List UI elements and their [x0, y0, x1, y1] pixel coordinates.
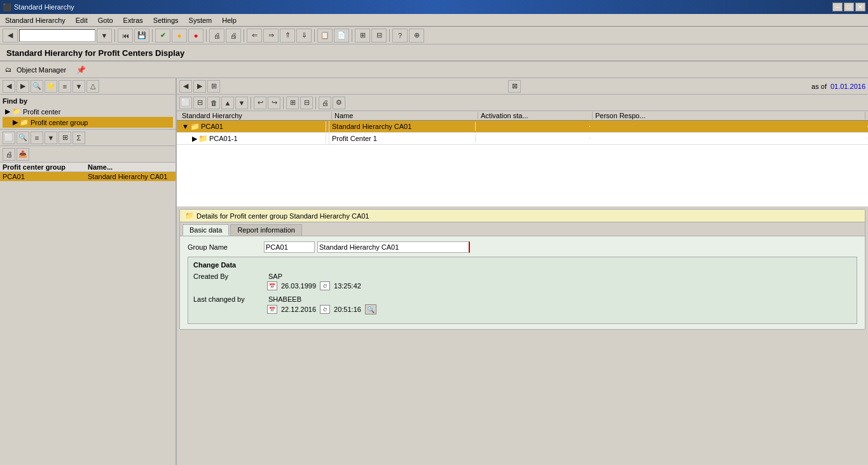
- rt2-settings-btn[interactable]: ⚙: [333, 97, 345, 109]
- extra-action-icon[interactable]: 🔍: [365, 304, 376, 314]
- lt2-btn1[interactable]: ⬜: [3, 131, 15, 144]
- last-changed-by-label: Last changed by: [193, 295, 263, 303]
- title-bar-label: Standard Hierarchy: [14, 3, 74, 11]
- help-btn[interactable]: ?: [392, 29, 408, 43]
- tab-report-information[interactable]: Report information: [230, 224, 302, 236]
- close-button[interactable]: ✕: [855, 3, 865, 11]
- find-profit-center-group[interactable]: ▶ 📁 Profit center group: [3, 117, 173, 128]
- obj-mgr-label: Object Manager: [17, 66, 66, 74]
- save-btn[interactable]: 💾: [134, 29, 149, 43]
- find-pc-label: Profit center: [23, 108, 60, 116]
- rt2-dn-btn[interactable]: ▼: [235, 97, 248, 109]
- menu-system[interactable]: System: [186, 16, 215, 25]
- menu-standard-hierarchy[interactable]: Standard Hierarchy: [3, 16, 68, 25]
- left-search-btn[interactable]: 🔍: [31, 80, 43, 93]
- maximize-button[interactable]: □: [844, 3, 854, 11]
- folder-pca01-icon: 📁: [190, 122, 200, 131]
- red-btn[interactable]: ●: [188, 29, 203, 43]
- created-date-icon: 📅: [267, 281, 277, 290]
- hl-row1-col1: PCA01: [3, 173, 88, 180]
- left-list-btn[interactable]: ≡: [59, 80, 71, 93]
- copy-btn[interactable]: 📋: [317, 29, 333, 43]
- paste-btn[interactable]: 📄: [334, 29, 349, 43]
- rt2-assign-btn[interactable]: ↩: [254, 97, 266, 109]
- first-btn[interactable]: ⏮: [118, 29, 133, 43]
- nav4-btn[interactable]: ⇓: [296, 29, 312, 43]
- pca01-1-activation: [476, 138, 590, 139]
- layout1-btn[interactable]: ⊞: [355, 29, 370, 43]
- green-flag-btn[interactable]: ✔: [155, 29, 170, 43]
- left-filter-btn[interactable]: ▼: [72, 80, 85, 93]
- tab-basic-data[interactable]: Basic data: [183, 224, 229, 236]
- nav2-btn[interactable]: ⇒: [263, 29, 279, 43]
- expand-pca01-icon[interactable]: ▼: [182, 123, 189, 130]
- created-date-value: 26.03.1999: [281, 282, 316, 290]
- pin-icon[interactable]: 📌: [76, 65, 86, 74]
- lt2-btn6[interactable]: Σ: [72, 131, 85, 144]
- folder-icon-pcg: 📁: [20, 118, 29, 126]
- command-input[interactable]: [19, 29, 95, 42]
- tree-row-pca01-1[interactable]: ▶ 📁 PCA01-1 Profit Center 1: [177, 133, 868, 145]
- page-title: Standard Hierarchy for Profit Centers Di…: [6, 48, 184, 58]
- lt3-btn2[interactable]: 📤: [17, 148, 29, 161]
- pca01-person: [590, 126, 868, 127]
- created-time-icon: ⏱: [320, 281, 330, 290]
- col-name: Name: [332, 112, 478, 119]
- tree-row-pca01[interactable]: ▼ 📁 PCA01 Standard Hierarchy CA01: [177, 121, 868, 133]
- lt2-btn3[interactable]: ≡: [31, 131, 43, 144]
- menu-extras[interactable]: Extras: [121, 16, 146, 25]
- dropdown-btn[interactable]: ▼: [97, 29, 112, 43]
- rt2-expand-all-btn[interactable]: ⊞: [286, 97, 299, 109]
- layout2-btn[interactable]: ⊟: [371, 29, 387, 43]
- group-name-value[interactable]: [264, 241, 315, 253]
- rt2-new-btn[interactable]: ⬜: [179, 97, 192, 109]
- toolbar-sep-3: [206, 29, 207, 42]
- expand-pca01-1-icon[interactable]: ▶: [192, 135, 197, 143]
- menu-help[interactable]: Help: [219, 16, 239, 25]
- toolbar-sep-4: [244, 29, 244, 42]
- rt1-expand-btn[interactable]: ⊞: [207, 80, 220, 93]
- menu-settings[interactable]: Settings: [151, 16, 181, 25]
- col-person: Person Respo...: [593, 112, 865, 119]
- find-profit-center[interactable]: ▶ 📁 Profit center: [3, 106, 173, 117]
- nav1-btn[interactable]: ⇐: [247, 29, 262, 43]
- menu-goto[interactable]: Goto: [95, 16, 116, 25]
- left-back-btn[interactable]: ◀: [3, 80, 15, 93]
- custom-btn[interactable]: ⊕: [409, 29, 424, 43]
- rt2-assign2-btn[interactable]: ↪: [268, 97, 280, 109]
- rt1-back-btn[interactable]: ◀: [179, 80, 192, 93]
- title-bar: ⬛ Standard Hierarchy ─ □ ✕: [0, 0, 868, 14]
- left-star-btn[interactable]: ⭐: [45, 80, 57, 93]
- lt3-btn1[interactable]: 🖨: [3, 148, 15, 161]
- body-split: ◀ ▶ 🔍 ⭐ ≡ ▼ △ Find by ▶ 📁 Profit center …: [0, 78, 868, 465]
- as-of-date: 01.01.2016: [830, 83, 865, 90]
- pca01-1-name: Profit Center 1: [329, 134, 476, 143]
- rt1-fwd-btn[interactable]: ▶: [193, 80, 206, 93]
- hit-list-row[interactable]: PCA01 Standard Hierarchy CA01: [0, 172, 176, 182]
- left-up-btn[interactable]: △: [86, 80, 99, 93]
- tree-table-header: Standard Hierarchy Name Activation sta..…: [177, 111, 868, 121]
- back-button[interactable]: ◀: [3, 29, 18, 43]
- print2-btn[interactable]: 🖨: [226, 29, 241, 43]
- rt2-del-btn[interactable]: 🗑: [207, 97, 220, 109]
- lt2-btn4[interactable]: ▼: [45, 131, 57, 144]
- lt2-btn5[interactable]: ⊞: [59, 131, 71, 144]
- group-name-desc[interactable]: [317, 241, 470, 253]
- rt2-sub-btn[interactable]: ⊟: [193, 97, 206, 109]
- lt2-btn2[interactable]: 🔍: [17, 131, 29, 144]
- title-bar-left: ⬛ Standard Hierarchy: [3, 3, 74, 11]
- left-fwd-btn[interactable]: ▶: [17, 80, 29, 93]
- print-btn[interactable]: 🖨: [209, 29, 224, 43]
- pca01-name: Standard Hierarchy CA01: [329, 122, 476, 131]
- minimize-button[interactable]: ─: [832, 3, 843, 11]
- rt2-up-btn[interactable]: ▲: [221, 97, 234, 109]
- nav3-btn[interactable]: ⇑: [280, 29, 295, 43]
- rt1-jump-btn[interactable]: ⊠: [508, 80, 521, 93]
- main-toolbar: ◀ ▼ ⏮ 💾 ✔ ● ● 🖨 🖨 ⇐ ⇒ ⇑ ⇓ 📋 📄 ⊞ ⊟ ? ⊕: [0, 27, 868, 44]
- rt2-print-btn[interactable]: 🖨: [319, 97, 331, 109]
- details-header-label: Details for Profit center group Standard…: [196, 212, 369, 220]
- rt2-collapse-all-btn[interactable]: ⊟: [300, 97, 313, 109]
- details-folder-icon: 📁: [185, 212, 194, 220]
- menu-edit[interactable]: Edit: [73, 16, 90, 25]
- orange-btn[interactable]: ●: [172, 29, 187, 43]
